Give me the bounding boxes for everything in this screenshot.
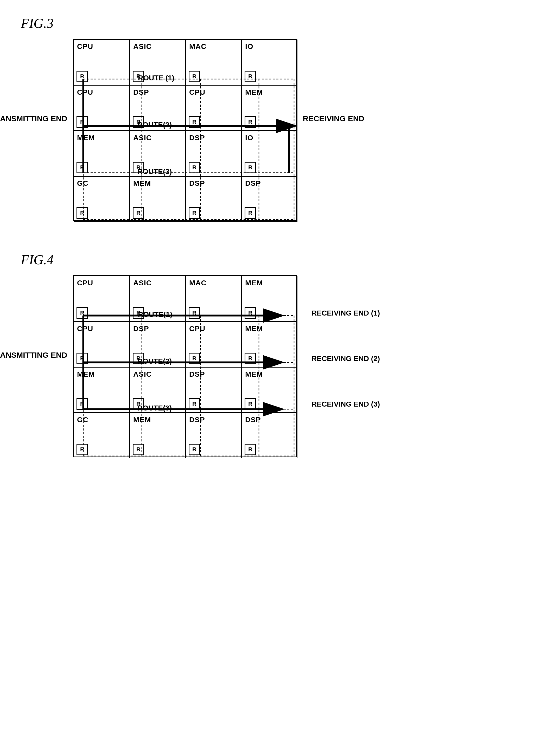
cell-r2c4: MEM R	[241, 85, 297, 130]
transmitting-end-label-fig4: TRANSMITTING END	[0, 351, 67, 360]
f4-cell-r2c1-label: CPU	[77, 325, 93, 333]
f4-cell-r4c4-label: DSP	[245, 416, 261, 424]
route2-label-fig4: ROUTE(2)	[137, 357, 172, 365]
cell-r4c3-label: DSP	[189, 179, 205, 187]
f4-cell-r4c4: DSP R	[241, 412, 297, 458]
f4-router-r1c1: R	[77, 307, 88, 319]
router-r4c1: R	[77, 207, 88, 219]
cell-r1c4: IO R	[241, 40, 297, 85]
route3-label-fig3: ROUTE(3)	[137, 167, 172, 176]
receiving-end-2-label: RECEIVING END (2)	[312, 354, 380, 363]
fig3-label: FIG.3	[21, 16, 539, 31]
f4-router-r2c3: R	[189, 353, 200, 364]
f4-cell-r2c3-label: CPU	[189, 325, 205, 333]
f4-cell-r1c4: MEM R	[241, 276, 297, 322]
route3-label-fig4: ROUTE(3)	[137, 404, 172, 412]
f4-cell-r1c2-label: ASIC	[133, 279, 152, 287]
f4-cell-r4c3-label: DSP	[189, 416, 205, 424]
f4-cell-r3c3-label: DSP	[189, 370, 205, 379]
cell-r3c1: MEM R	[74, 130, 129, 176]
f4-router-r4c3: R	[189, 444, 200, 455]
cell-r3c4: IO R	[241, 130, 297, 176]
f4-cell-r4c3: DSP R	[185, 412, 241, 458]
router-r2c3: R	[189, 116, 200, 128]
router-r4c4: R	[245, 207, 256, 219]
cell-r4c4-label: DSP	[245, 179, 261, 187]
cell-r3c2-label: ASIC	[133, 134, 152, 142]
route1-label-fig3: ROUTE (1)	[138, 74, 174, 82]
router-r3c1: R	[77, 162, 88, 173]
cell-r3c3-label: DSP	[189, 134, 205, 142]
cell-r4c1: GC R	[74, 176, 129, 222]
f4-router-r4c2: R	[133, 444, 144, 455]
router-r1c1: R	[77, 71, 88, 82]
f4-router-r3c1: R	[77, 398, 88, 410]
f4-cell-r1c1: CPU R	[74, 276, 129, 322]
f4-cell-r2c4: MEM R	[241, 322, 297, 367]
f4-cell-r1c3-label: MAC	[189, 279, 207, 287]
cell-r4c2: MEM R	[129, 176, 185, 222]
router-r1c3: R	[189, 71, 200, 82]
route1-label-fig4: ROUTE(1)	[138, 310, 172, 319]
fig4-label: FIG.4	[21, 252, 539, 267]
cell-r2c1-label: CPU	[77, 88, 93, 97]
f4-cell-r3c4: MEM R	[241, 367, 297, 412]
router-r2c4: R	[245, 116, 256, 128]
router-r4c2: R	[133, 207, 144, 219]
router-r2c1: R	[77, 116, 88, 128]
cell-r2c3: CPU R	[185, 85, 241, 130]
f4-cell-r3c1: MEM R	[74, 367, 129, 412]
cell-r3c3: DSP R	[185, 130, 241, 176]
f4-router-r2c1: R	[77, 353, 88, 364]
cell-r1c4-label: IO	[245, 42, 254, 51]
f4-cell-r3c1-label: MEM	[77, 370, 95, 379]
cell-r2c4-label: MEM	[245, 88, 263, 97]
cell-r4c3: DSP R	[185, 176, 241, 222]
cell-r1c3: MAC R	[185, 40, 241, 85]
f4-router-r2c4: R	[245, 353, 256, 364]
f4-cell-r4c1-label: GC	[77, 416, 88, 424]
receiving-end-label-fig3: RECEIVING END	[303, 114, 364, 123]
router-r1c4: R	[245, 71, 256, 82]
f4-cell-r2c3: CPU R	[185, 322, 241, 367]
cell-r4c1-label: GC	[77, 179, 88, 187]
f4-cell-r2c1: CPU R	[74, 322, 129, 367]
cell-r3c4-label: IO	[245, 134, 254, 142]
cell-r1c3-label: MAC	[189, 42, 207, 51]
receiving-end-3-label: RECEIVING END (3)	[312, 400, 380, 408]
f4-router-r4c4: R	[245, 444, 256, 455]
f4-router-r3c3: R	[189, 398, 200, 410]
figure-4: FIG.4 TRANSMITTING END RECEIVING END (1)…	[21, 252, 539, 457]
route2-label-fig3: ROUTE(2)	[137, 121, 172, 129]
figure-3: FIG.3 TRANSMITTING END RECEIVING END	[21, 16, 539, 221]
f4-cell-r4c2: MEM R	[129, 412, 185, 458]
f4-router-r4c1: R	[77, 444, 88, 455]
f4-cell-r4c1: GC R	[74, 412, 129, 458]
f4-cell-r1c4-label: MEM	[245, 279, 263, 287]
cell-r1c1-label: CPU	[77, 42, 93, 51]
cell-r4c4: DSP R	[241, 176, 297, 222]
f4-router-r1c3: R	[189, 307, 200, 319]
f4-cell-r3c2-label: ASIC	[133, 370, 152, 379]
receiving-end-1-label: RECEIVING END (1)	[312, 309, 380, 317]
router-r3c4: R	[245, 162, 256, 173]
cell-r2c1: CPU R	[74, 85, 129, 130]
cell-r2c3-label: CPU	[189, 88, 205, 97]
f4-cell-r4c2-label: MEM	[133, 416, 151, 424]
f4-cell-r2c2-label: DSP	[133, 325, 149, 333]
f4-router-r3c4: R	[245, 398, 256, 410]
cell-r1c2-label: ASIC	[133, 42, 152, 51]
f4-cell-r3c3: DSP R	[185, 367, 241, 412]
f4-cell-r1c3: MAC R	[185, 276, 241, 322]
cell-r4c2-label: MEM	[133, 179, 151, 187]
cell-r3c1-label: MEM	[77, 134, 95, 142]
router-r4c3: R	[189, 207, 200, 219]
router-r3c3: R	[189, 162, 200, 173]
cell-r1c1: CPU R	[74, 40, 129, 85]
cell-r2c2-label: DSP	[133, 88, 149, 97]
f4-cell-r3c4-label: MEM	[245, 370, 263, 379]
transmitting-end-label-fig3: TRANSMITTING END	[0, 114, 67, 123]
f4-cell-r1c1-label: CPU	[77, 279, 93, 287]
f4-cell-r2c4-label: MEM	[245, 325, 263, 333]
f4-router-r1c4: R	[245, 307, 256, 319]
